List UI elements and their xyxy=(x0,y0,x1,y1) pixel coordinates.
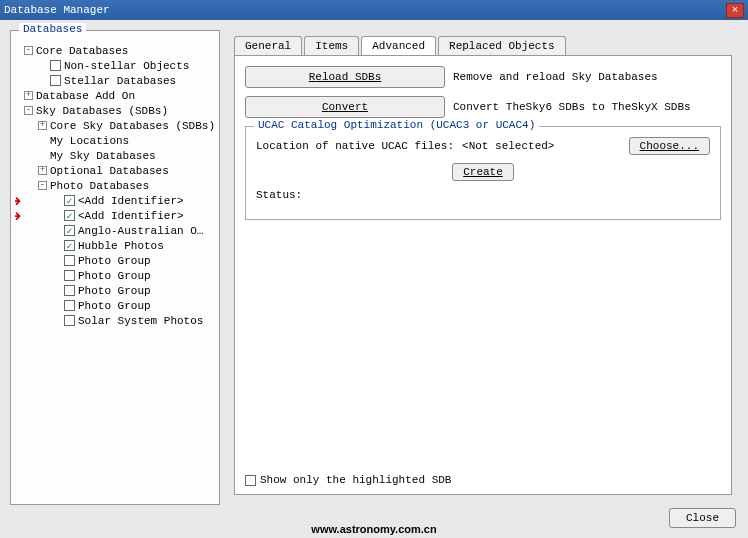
tree-item[interactable]: Photo Group xyxy=(15,283,215,298)
tree-item[interactable]: My Sky Databases xyxy=(15,148,215,163)
convert-desc: Convert TheSky6 SDBs to TheSkyX SDBs xyxy=(453,101,721,113)
tree-checkbox[interactable] xyxy=(50,60,61,71)
tree-item-label: My Sky Databases xyxy=(50,150,156,162)
tab-advanced[interactable]: Advanced xyxy=(361,36,436,55)
tree-item[interactable]: -Sky Databases (SDBs) xyxy=(15,103,215,118)
reload-sdbs-button[interactable]: Reload SDBs xyxy=(245,66,445,88)
tree-checkbox[interactable] xyxy=(64,255,75,266)
tree-item[interactable]: Stellar Databases xyxy=(15,73,215,88)
tree-item[interactable]: Anglo-Australian O… xyxy=(15,223,215,238)
tree-item-label: Solar System Photos xyxy=(78,315,203,327)
tree-item-label: Core Sky Databases (SDBs) xyxy=(50,120,215,132)
reload-desc: Remove and reload Sky Databases xyxy=(453,71,721,83)
expand-icon[interactable]: - xyxy=(24,106,33,115)
close-window-button[interactable]: × xyxy=(726,3,744,18)
tree-checkbox[interactable] xyxy=(50,75,61,86)
tree-item[interactable]: +Database Add On xyxy=(15,88,215,103)
expand-icon[interactable]: + xyxy=(38,121,47,130)
databases-panel-title: Databases xyxy=(19,23,86,35)
tree-item-label: Photo Group xyxy=(78,285,151,297)
expand-icon[interactable]: - xyxy=(24,46,33,55)
databases-panel: Databases -Core DatabasesNon-stellar Obj… xyxy=(10,30,220,505)
databases-tree[interactable]: -Core DatabasesNon-stellar ObjectsStella… xyxy=(15,43,215,328)
tree-item-label: My Locations xyxy=(50,135,129,147)
tree-item-label: Sky Databases (SDBs) xyxy=(36,105,168,117)
choose-button[interactable]: Choose... xyxy=(629,137,710,155)
tree-checkbox[interactable] xyxy=(64,270,75,281)
tree-item-label: Core Databases xyxy=(36,45,128,57)
tree-checkbox[interactable] xyxy=(64,225,75,236)
watermark: www.astronomy.com.cn xyxy=(311,523,436,535)
main-content: Databases -Core DatabasesNon-stellar Obj… xyxy=(0,20,748,520)
tree-item[interactable]: My Locations xyxy=(15,133,215,148)
close-dialog-button[interactable]: Close xyxy=(669,508,736,528)
tree-item-label: Database Add On xyxy=(36,90,135,102)
tree-item-label: Hubble Photos xyxy=(78,240,164,252)
window-title: Database Manager xyxy=(4,4,110,16)
tree-item[interactable]: Solar System Photos xyxy=(15,313,215,328)
tree-item[interactable]: <Add Identifier>➜ xyxy=(15,193,215,208)
tree-item[interactable]: Photo Group xyxy=(15,253,215,268)
tree-item-label: Photo Databases xyxy=(50,180,149,192)
tab-replaced-objects[interactable]: Replaced Objects xyxy=(438,36,566,55)
tree-item-label: Photo Group xyxy=(78,300,151,312)
tree-checkbox[interactable] xyxy=(64,210,75,221)
expand-icon[interactable]: + xyxy=(38,166,47,175)
tree-item[interactable]: -Core Databases xyxy=(15,43,215,58)
right-panel: GeneralItemsAdvancedReplaced Objects Rel… xyxy=(228,30,738,505)
tab-general[interactable]: General xyxy=(234,36,302,55)
tree-item-label: Non-stellar Objects xyxy=(64,60,189,72)
tree-item-label: Anglo-Australian O… xyxy=(78,225,203,237)
tree-checkbox[interactable] xyxy=(64,315,75,326)
tree-item[interactable]: +Optional Databases xyxy=(15,163,215,178)
tree-item-label: Optional Databases xyxy=(50,165,169,177)
expand-icon[interactable]: - xyxy=(38,181,47,190)
tree-item[interactable]: Hubble Photos xyxy=(15,238,215,253)
ucac-title: UCAC Catalog Optimization (UCAC3 or UCAC… xyxy=(254,119,539,131)
status-label: Status: xyxy=(256,189,302,201)
tree-checkbox[interactable] xyxy=(64,285,75,296)
tab-bar: GeneralItemsAdvancedReplaced Objects xyxy=(228,30,738,55)
show-only-label: Show only the highlighted SDB xyxy=(260,474,451,486)
tree-checkbox[interactable] xyxy=(64,195,75,206)
tree-item[interactable]: Photo Group xyxy=(15,268,215,283)
create-button[interactable]: Create xyxy=(452,163,514,181)
ucac-loc-value: <Not selected> xyxy=(462,140,554,152)
tree-item[interactable]: -Photo Databases xyxy=(15,178,215,193)
tab-items[interactable]: Items xyxy=(304,36,359,55)
tree-item-label: <Add Identifier> xyxy=(78,210,184,222)
tree-item-label: <Add Identifier> xyxy=(78,195,184,207)
tree-item-label: Photo Group xyxy=(78,270,151,282)
tree-checkbox[interactable] xyxy=(64,300,75,311)
window-titlebar: Database Manager × xyxy=(0,0,748,20)
ucac-loc-label: Location of native UCAC files: xyxy=(256,140,454,152)
tree-item-label: Stellar Databases xyxy=(64,75,176,87)
tree-checkbox[interactable] xyxy=(64,240,75,251)
tree-item[interactable]: <Add Identifier>➜ xyxy=(15,208,215,223)
tree-item-label: Photo Group xyxy=(78,255,151,267)
tree-item[interactable]: +Core Sky Databases (SDBs) xyxy=(15,118,215,133)
tab-advanced-body: Reload SDBs Remove and reload Sky Databa… xyxy=(234,55,732,495)
ucac-fieldset: UCAC Catalog Optimization (UCAC3 or UCAC… xyxy=(245,126,721,220)
tree-item[interactable]: Non-stellar Objects xyxy=(15,58,215,73)
expand-icon[interactable]: + xyxy=(24,91,33,100)
show-only-checkbox[interactable] xyxy=(245,475,256,486)
tree-item[interactable]: Photo Group xyxy=(15,298,215,313)
convert-button[interactable]: Convert xyxy=(245,96,445,118)
